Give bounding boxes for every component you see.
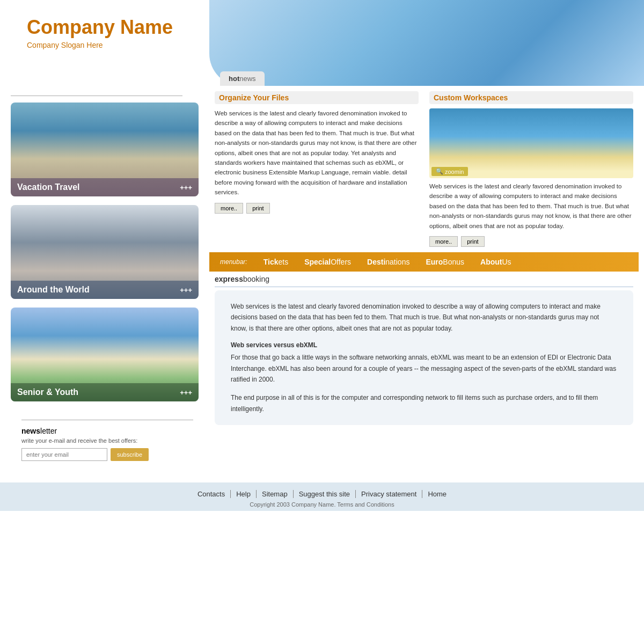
newsletter-subtitle: write your e-mail and receive the best o… xyxy=(21,437,188,444)
menu-aboutus[interactable]: AboutUs xyxy=(480,258,511,266)
main-content: Organize Your Files Web services is the … xyxy=(209,86,644,477)
world-label: Around the World xyxy=(17,285,90,295)
senior-overlay: Senior & Youth +++ xyxy=(11,383,199,401)
header-right: hotnews xyxy=(209,0,644,86)
around-world-card[interactable]: Around the World +++ xyxy=(11,205,199,299)
senior-label: Senior & Youth xyxy=(17,387,78,397)
express-title: expressbooking xyxy=(215,275,633,283)
footer-help[interactable]: Help xyxy=(231,490,257,498)
express-text1: Web services is the latest and clearly f… xyxy=(231,301,617,334)
news-text-left: Web services is the latest and clearly f… xyxy=(215,108,419,197)
footer-copyright: Copyright 2003 Company Name. Terms and C… xyxy=(0,501,644,508)
senior-more: +++ xyxy=(180,389,192,397)
hotnews-section: Organize Your Files Web services is the … xyxy=(209,86,639,247)
news-title-right: Custom Workspaces xyxy=(429,91,633,104)
company-name: Company Name xyxy=(27,16,199,39)
zoom-label: zoomin xyxy=(445,169,464,175)
sidebar-divider xyxy=(11,96,182,96)
menubar: menubar: Tickets SpecialOffers Destinati… xyxy=(209,252,639,272)
news-title-left: Organize Your Files xyxy=(215,91,419,104)
news-actions-right: more.. print xyxy=(429,236,633,247)
senior-youth-card[interactable]: Senior & Youth +++ xyxy=(11,308,199,401)
print-button-left[interactable]: print xyxy=(246,203,269,214)
world-overlay: Around the World +++ xyxy=(11,281,199,299)
footer-home[interactable]: Home xyxy=(422,490,452,498)
express-bold: express xyxy=(215,275,243,283)
menubar-label: menubar: xyxy=(220,258,247,266)
world-more: +++ xyxy=(180,286,192,294)
vacation-more: +++ xyxy=(180,184,192,192)
express-subtitle: Web services versus ebXML xyxy=(231,341,617,349)
zoom-icon: 🔍 xyxy=(436,168,443,175)
news-box-right: Custom Workspaces 🔍 zoomin Web services … xyxy=(429,91,633,247)
hot-label: hot xyxy=(229,75,239,83)
news-text-right: Web services is the latest and clearly f… xyxy=(429,181,633,231)
footer-sitemap[interactable]: Sitemap xyxy=(257,490,294,498)
express-section: expressbooking xyxy=(209,272,639,287)
news-actions-left: more.. print xyxy=(215,203,419,214)
footer: Contacts Help Sitemap Suggest this site … xyxy=(0,482,644,511)
footer-links: Contacts Help Sitemap Suggest this site … xyxy=(0,490,644,498)
newsletter-section: newsletter write your e-mail and receive… xyxy=(11,410,199,472)
footer-suggest[interactable]: Suggest this site xyxy=(294,490,356,498)
footer-contacts[interactable]: Contacts xyxy=(192,490,231,498)
news-label: news xyxy=(239,75,255,83)
newsletter-divider xyxy=(21,420,193,420)
newsletter-bold: news xyxy=(21,427,40,435)
hot-news-tab[interactable]: hotnews xyxy=(220,71,265,86)
menu-destinations[interactable]: Destinations xyxy=(367,258,409,266)
subscribe-button[interactable]: subscribe xyxy=(111,448,149,461)
menu-eurobonus[interactable]: EuroBonus xyxy=(426,258,464,266)
newsletter-title: newsletter xyxy=(21,427,188,435)
express-divider xyxy=(215,287,633,287)
menu-special-offers[interactable]: SpecialOffers xyxy=(304,258,351,266)
more-button-left[interactable]: more.. xyxy=(215,203,243,214)
news-box-left: Organize Your Files Web services is the … xyxy=(215,91,419,247)
email-input[interactable] xyxy=(21,448,107,461)
express-content: Web services is the latest and clearly f… xyxy=(215,290,633,425)
vacation-travel-card[interactable]: Vacation Travel +++ xyxy=(11,103,199,196)
vacation-label: Vacation Travel xyxy=(17,182,80,192)
menu-tickets[interactable]: Tickets xyxy=(264,258,288,266)
more-button-right[interactable]: more.. xyxy=(429,236,458,247)
sidebar: Vacation Travel +++ Around the World +++… xyxy=(0,86,209,477)
zoom-badge[interactable]: 🔍 zoomin xyxy=(431,167,468,176)
news-image-right: 🔍 zoomin xyxy=(429,108,633,178)
newsletter-rest: letter xyxy=(40,427,57,435)
header-left: Company Name Company Slogan Here xyxy=(0,0,209,86)
express-rest: booking xyxy=(243,275,269,283)
newsletter-form: subscribe xyxy=(21,448,188,461)
express-body: For those that go back a little ways in … xyxy=(231,352,617,385)
express-footer: The end purpose in all of this is for th… xyxy=(231,392,617,414)
company-slogan: Company Slogan Here xyxy=(27,41,199,49)
vacation-overlay: Vacation Travel +++ xyxy=(11,178,199,196)
footer-privacy[interactable]: Privacy statement xyxy=(356,490,422,498)
print-button-right[interactable]: print xyxy=(461,236,484,247)
